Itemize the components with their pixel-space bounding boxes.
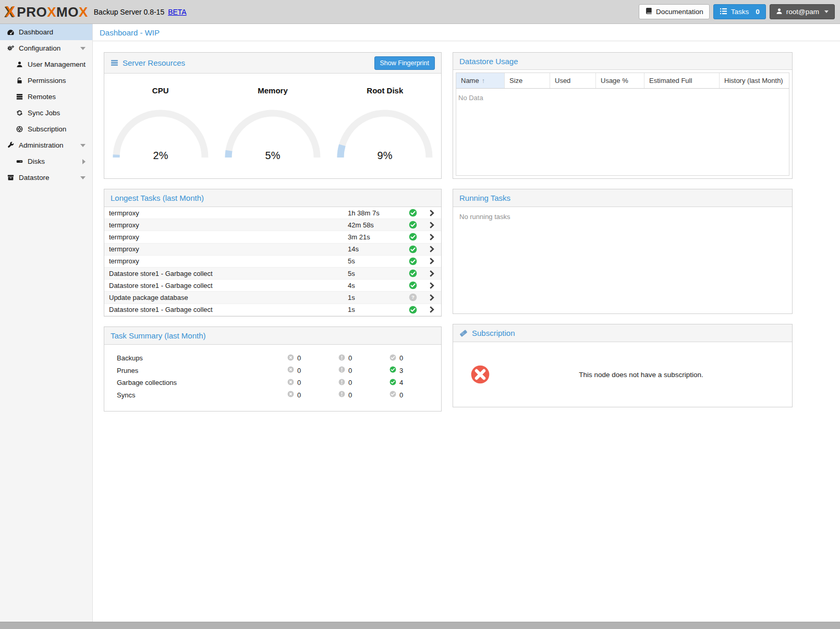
caret-down-icon[interactable]: [80, 47, 86, 50]
longest-tasks-panel: Longest Tasks (last Month) termproxy1h 3…: [104, 189, 442, 317]
sidebar-item-dashboard[interactable]: Dashboard: [0, 24, 92, 40]
sidebar-item-subscription[interactable]: Subscription: [0, 121, 92, 137]
beta-link[interactable]: BETA: [168, 8, 187, 16]
proxmox-logo-segment: X: [79, 4, 88, 20]
caret-down-icon[interactable]: [80, 144, 86, 147]
proxmox-logo: X PROXMOX: [5, 4, 88, 19]
disk-icon: [14, 158, 25, 165]
datastore-column-header-estimated-full[interactable]: Estimated Full: [644, 73, 720, 88]
tasks-button[interactable]: Tasks 0: [713, 4, 766, 19]
chevron-right-icon[interactable]: [422, 282, 441, 289]
subscription-body: This node does not have a subscription.: [453, 342, 792, 407]
sidebar-item-label: Permissions: [28, 77, 66, 84]
running-tasks-header: Running Tasks: [453, 189, 792, 207]
sidebar: DashboardConfigurationUser ManagementPer…: [0, 24, 93, 622]
longest-tasks-list: termproxy1h 38m 7stermproxy42m 58stermpr…: [104, 207, 441, 316]
task-summary-title: Task Summary (last Month): [111, 331, 206, 340]
sidebar-item-label: Administration: [19, 141, 64, 149]
task-duration: 1s: [348, 306, 403, 313]
user-menu-label: root@pam: [786, 8, 819, 16]
task-duration: 5s: [348, 257, 403, 265]
task-duration: 1h 38m 7s: [348, 209, 403, 217]
chevron-right-icon[interactable]: [422, 306, 441, 313]
datastore-usage-panel: Datastore Usage Name↑SizeUsedUsage %Esti…: [453, 52, 793, 179]
task-row[interactable]: Datastore store1 - Garbage collect1s: [104, 304, 441, 316]
task-row[interactable]: Update package database1s?: [104, 292, 441, 304]
sidebar-item-label: Subscription: [28, 125, 66, 133]
task-status-ok-icon: [403, 257, 422, 265]
resource-gauges: CPU2%Memory5%Root Disk9%: [104, 74, 441, 178]
datastore-column-header-name[interactable]: Name↑: [456, 73, 505, 88]
warning-count: 0: [348, 391, 352, 399]
datastore-column-header-used[interactable]: Used: [550, 73, 596, 88]
documentation-button[interactable]: Documentation: [639, 4, 710, 19]
error-count: 0: [297, 354, 301, 362]
datastore-usage-table: Name↑SizeUsedUsage %Estimated FullHistor…: [456, 72, 789, 176]
column-header-label: Name: [461, 77, 479, 84]
summary-label: Garbage collections: [117, 379, 287, 386]
caret-down-icon[interactable]: [80, 176, 86, 179]
sidebar-item-label: Disks: [28, 158, 45, 165]
datastore-column-header-history-last-month-[interactable]: History (last Month): [720, 73, 789, 88]
user-menu-button[interactable]: root@pam: [770, 4, 835, 19]
error-count: 0: [297, 391, 301, 399]
sidebar-item-administration[interactable]: Administration: [0, 137, 92, 153]
chevron-right-icon[interactable]: [422, 245, 441, 253]
sidebar-item-datastore[interactable]: Datastore: [0, 170, 92, 186]
proxmox-logo-segment: PRO: [17, 4, 47, 20]
right-column: Datastore Usage Name↑SizeUsedUsage %Esti…: [453, 52, 793, 407]
product-version-label: Backup Server 0.8-15: [94, 8, 164, 16]
sidebar-item-permissions[interactable]: Permissions: [0, 72, 92, 89]
task-row[interactable]: Datastore store1 - Garbage collect4s: [104, 280, 441, 292]
running-tasks-panel: Running Tasks No running tasks: [453, 189, 793, 314]
datastore-usage-header: Datastore Usage: [453, 53, 792, 70]
sidebar-item-disks[interactable]: Disks: [0, 153, 92, 170]
ok-count-icon: [389, 354, 396, 362]
proxmox-logo-segment: X: [47, 4, 56, 20]
subscription-panel: Subscription This node does not have a s…: [453, 324, 793, 407]
error-count-icon: [287, 391, 294, 399]
task-row[interactable]: termproxy5s: [104, 256, 441, 268]
running-tasks-empty-text: No running tasks: [453, 207, 792, 313]
datastore-column-header-usage-[interactable]: Usage %: [596, 73, 644, 88]
book-icon: [645, 7, 652, 16]
horizontal-scrollbar[interactable]: [0, 622, 840, 629]
task-row[interactable]: termproxy14s: [104, 244, 441, 256]
ok-count: 0: [399, 354, 403, 362]
task-status-ok-icon: [403, 306, 422, 314]
sidebar-item-remotes[interactable]: Remotes: [0, 89, 92, 105]
sidebar-item-label: Remotes: [28, 93, 56, 101]
column-header-label: Usage %: [601, 77, 628, 84]
warning-count-icon: [338, 391, 345, 399]
task-row[interactable]: termproxy3m 21s: [104, 231, 441, 243]
chevron-right-icon[interactable]: [422, 270, 441, 277]
error-count: 0: [297, 367, 301, 374]
running-tasks-title: Running Tasks: [459, 193, 510, 202]
chevron-right-icon[interactable]: [422, 233, 441, 241]
summary-row-garbage-collections: Garbage collections004: [104, 377, 441, 389]
summary-label: Syncs: [117, 391, 287, 399]
proxmox-x-icon: X: [5, 4, 15, 19]
chevron-right-icon[interactable]: [422, 294, 441, 301]
show-fingerprint-button[interactable]: Show Fingerprint: [374, 56, 435, 70]
task-row[interactable]: Datastore store1 - Garbage collect5s: [104, 268, 441, 280]
gauge-value: 2%: [153, 150, 168, 161]
task-row[interactable]: termproxy1h 38m 7s: [104, 207, 441, 219]
sidebar-item-user-management[interactable]: User Management: [0, 56, 92, 72]
chevron-right-icon[interactable]: [422, 209, 441, 217]
task-duration: 14s: [348, 245, 403, 253]
task-name: termproxy: [104, 257, 348, 265]
sidebar-item-sync-jobs[interactable]: Sync Jobs: [0, 105, 92, 121]
user-icon: [776, 8, 783, 16]
sidebar-item-configuration[interactable]: Configuration: [0, 40, 92, 56]
chevron-right-icon[interactable]: [422, 257, 441, 265]
wrench-icon: [5, 142, 16, 149]
chevron-right-icon[interactable]: [422, 221, 441, 229]
caret-right-icon[interactable]: [82, 159, 86, 164]
datastore-usage-title: Datastore Usage: [459, 57, 518, 66]
sidebar-item-label: Datastore: [19, 174, 50, 182]
datastore-column-header-size[interactable]: Size: [505, 73, 550, 88]
task-row[interactable]: termproxy42m 58s: [104, 219, 441, 231]
top-bar: X PROXMOX Backup Server 0.8-15 BETA Docu…: [0, 0, 840, 24]
summary-row-syncs: Syncs000: [104, 389, 441, 402]
